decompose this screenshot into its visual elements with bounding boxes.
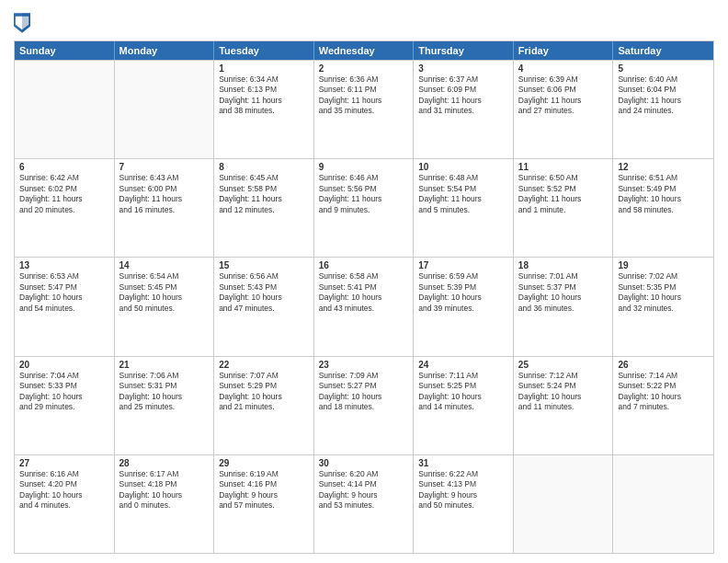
cell-line: and 50 minutes. xyxy=(418,500,508,511)
cell-line: Sunset: 5:49 PM xyxy=(618,184,709,194)
cell-line: and 29 minutes. xyxy=(19,402,109,412)
header-day-saturday: Saturday xyxy=(613,41,713,60)
cell-line: Sunset: 5:22 PM xyxy=(618,381,709,391)
day-number: 18 xyxy=(518,260,609,270)
cell-line: Sunrise: 6:34 AM xyxy=(219,75,309,85)
day-number: 13 xyxy=(19,260,109,270)
cell-line: Sunrise: 7:09 AM xyxy=(319,371,409,381)
cell-line: Sunrise: 6:20 AM xyxy=(319,469,409,479)
cell-line: Daylight: 10 hours xyxy=(518,392,609,402)
cell-line: and 32 minutes. xyxy=(618,304,709,314)
cell-line: and 7 minutes. xyxy=(618,402,709,412)
day-number: 29 xyxy=(219,458,309,468)
week-row-0: 1Sunrise: 6:34 AMSunset: 6:13 PMDaylight… xyxy=(15,60,713,158)
table-row: 2Sunrise: 6:36 AMSunset: 6:11 PMDaylight… xyxy=(314,61,415,158)
cell-line: and 9 minutes. xyxy=(319,205,409,215)
table-row: 1Sunrise: 6:34 AMSunset: 6:13 PMDaylight… xyxy=(214,61,314,158)
week-row-1: 6Sunrise: 6:42 AMSunset: 6:02 PMDaylight… xyxy=(15,158,713,257)
cell-line: Sunset: 5:29 PM xyxy=(219,381,309,391)
cell-line: Sunrise: 7:01 AM xyxy=(518,271,609,282)
cell-line: and 5 minutes. xyxy=(418,205,508,215)
header-day-tuesday: Tuesday xyxy=(214,41,314,60)
cell-line: Sunset: 5:39 PM xyxy=(418,282,508,293)
cell-line: Daylight: 10 hours xyxy=(319,392,409,402)
day-number: 5 xyxy=(618,63,709,74)
logo-icon xyxy=(14,13,30,33)
table-row xyxy=(115,61,215,158)
day-number: 9 xyxy=(319,162,409,172)
day-number: 31 xyxy=(418,458,508,468)
cell-line: Daylight: 10 hours xyxy=(618,293,709,303)
calendar-body: 1Sunrise: 6:34 AMSunset: 6:13 PMDaylight… xyxy=(15,60,713,553)
cell-line: and 47 minutes. xyxy=(219,304,309,314)
cell-line: Sunset: 5:35 PM xyxy=(618,282,709,293)
cell-line: Daylight: 9 hours xyxy=(418,490,508,500)
table-row: 12Sunrise: 6:51 AMSunset: 5:49 PMDayligh… xyxy=(613,159,713,257)
cell-line: Daylight: 11 hours xyxy=(618,96,709,106)
cell-line: Daylight: 11 hours xyxy=(418,96,508,106)
cell-line: and 4 minutes. xyxy=(19,500,109,511)
cell-line: Daylight: 10 hours xyxy=(19,490,109,500)
cell-line: Sunset: 5:47 PM xyxy=(19,282,109,293)
cell-line: Sunrise: 7:02 AM xyxy=(618,271,709,282)
header-day-sunday: Sunday xyxy=(15,41,115,60)
day-number: 15 xyxy=(219,260,309,270)
header-day-monday: Monday xyxy=(115,41,215,60)
header-day-thursday: Thursday xyxy=(414,41,514,60)
cell-line: Sunset: 5:54 PM xyxy=(418,184,508,194)
cell-line: Sunset: 4:20 PM xyxy=(19,479,109,489)
table-row: 25Sunrise: 7:12 AMSunset: 5:24 PMDayligh… xyxy=(514,357,614,454)
table-row: 6Sunrise: 6:42 AMSunset: 6:02 PMDaylight… xyxy=(15,159,115,257)
cell-line: Sunrise: 6:54 AM xyxy=(119,271,210,282)
cell-line: Sunset: 6:04 PM xyxy=(618,85,709,95)
header-day-friday: Friday xyxy=(514,41,614,60)
cell-line: Sunrise: 6:39 AM xyxy=(518,75,609,85)
cell-line: Daylight: 11 hours xyxy=(119,194,210,204)
cell-line: Daylight: 10 hours xyxy=(418,392,508,402)
day-number: 22 xyxy=(219,360,309,370)
day-number: 16 xyxy=(319,260,409,270)
cell-line: Sunset: 4:14 PM xyxy=(319,479,409,489)
cell-line: Daylight: 10 hours xyxy=(418,293,508,303)
cell-line: Sunset: 5:56 PM xyxy=(319,184,409,194)
table-row: 30Sunrise: 6:20 AMSunset: 4:14 PMDayligh… xyxy=(314,455,415,553)
table-row: 16Sunrise: 6:58 AMSunset: 5:41 PMDayligh… xyxy=(314,258,415,355)
cell-line: Sunset: 6:11 PM xyxy=(319,85,409,95)
table-row: 5Sunrise: 6:40 AMSunset: 6:04 PMDaylight… xyxy=(613,61,713,158)
cell-line: and 11 minutes. xyxy=(518,402,609,412)
cell-line: Daylight: 10 hours xyxy=(618,392,709,402)
cell-line: and 16 minutes. xyxy=(119,205,210,215)
table-row: 31Sunrise: 6:22 AMSunset: 4:13 PMDayligh… xyxy=(414,455,514,553)
cell-line: Sunrise: 6:22 AM xyxy=(418,469,508,479)
cell-line: and 14 minutes. xyxy=(418,402,508,412)
day-number: 10 xyxy=(418,162,508,172)
cell-line: Daylight: 11 hours xyxy=(418,194,508,204)
table-row: 11Sunrise: 6:50 AMSunset: 5:52 PMDayligh… xyxy=(514,159,614,257)
week-row-3: 20Sunrise: 7:04 AMSunset: 5:33 PMDayligh… xyxy=(15,356,713,454)
cell-line: and 58 minutes. xyxy=(618,205,709,215)
svg-marker-2 xyxy=(22,13,30,33)
cell-line: Daylight: 10 hours xyxy=(618,194,709,204)
cell-line: Daylight: 10 hours xyxy=(518,293,609,303)
cell-line: Sunset: 5:41 PM xyxy=(319,282,409,293)
day-number: 8 xyxy=(219,162,309,172)
table-row: 20Sunrise: 7:04 AMSunset: 5:33 PMDayligh… xyxy=(15,357,115,454)
cell-line: Sunrise: 7:11 AM xyxy=(418,371,508,381)
calendar: SundayMondayTuesdayWednesdayThursdayFrid… xyxy=(14,40,714,554)
cell-line: and 39 minutes. xyxy=(418,304,508,314)
cell-line: Sunrise: 6:45 AM xyxy=(219,173,309,183)
cell-line: and 57 minutes. xyxy=(219,500,309,511)
table-row: 19Sunrise: 7:02 AMSunset: 5:35 PMDayligh… xyxy=(613,258,713,355)
day-number: 3 xyxy=(418,63,508,74)
cell-line: Sunrise: 6:36 AM xyxy=(319,75,409,85)
day-number: 2 xyxy=(319,63,409,74)
cell-line: and 50 minutes. xyxy=(119,304,210,314)
cell-line: Sunset: 5:43 PM xyxy=(219,282,309,293)
page: SundayMondayTuesdayWednesdayThursdayFrid… xyxy=(0,0,728,563)
cell-line: Sunrise: 6:56 AM xyxy=(219,271,309,282)
cell-line: Daylight: 11 hours xyxy=(518,194,609,204)
day-number: 27 xyxy=(19,458,109,468)
cell-line: Sunrise: 6:17 AM xyxy=(119,469,210,479)
day-number: 11 xyxy=(518,162,609,172)
cell-line: Sunset: 6:00 PM xyxy=(119,184,210,194)
